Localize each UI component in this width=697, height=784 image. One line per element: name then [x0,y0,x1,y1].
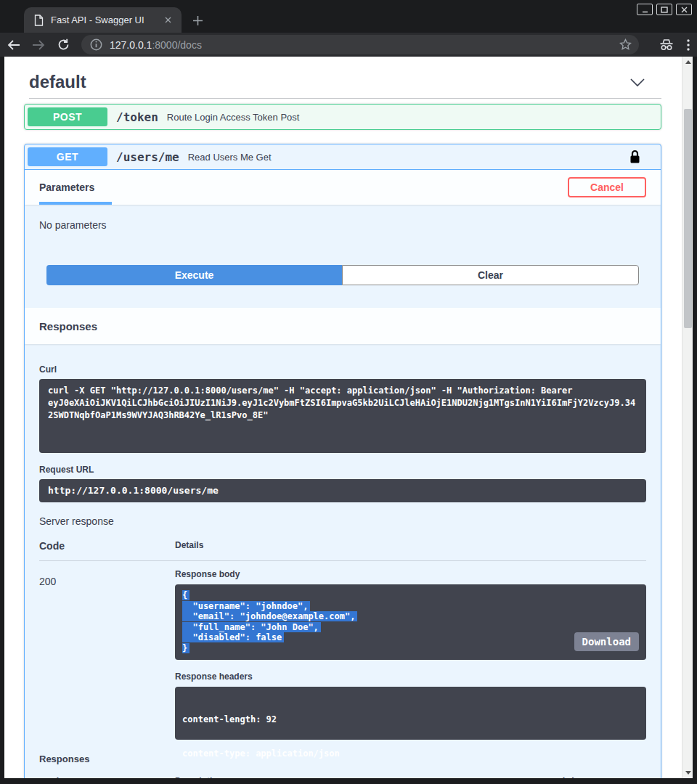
minimize-icon[interactable] [637,4,653,15]
parameters-header: Parameters Cancel [25,170,661,205]
tag-section-header[interactable]: default [24,67,661,97]
url-text: 127.0.0.1:8000/docs [110,39,619,51]
execute-button-group: Execute Clear [46,265,639,285]
page-content: default POST /token Route Login Access T… [4,57,693,778]
request-url-label: Request URL [39,465,646,475]
chevron-down-icon[interactable] [629,78,645,87]
opblock-post-token[interactable]: POST /token Route Login Access Token Pos… [24,104,661,130]
response-body-line: "email": "johndoe@example.com", [182,611,639,622]
download-button[interactable]: Download [574,632,639,651]
new-tab-icon[interactable] [189,12,206,29]
response-body-line: "disabled": false [182,632,639,643]
server-response-label: Server response [39,515,646,527]
cancel-button[interactable]: Cancel [568,177,646,197]
scroll-up-icon[interactable] [685,60,691,64]
post-summary: Route Login Access Token Post [167,112,653,123]
parameters-body: No parameters Execute Clear [25,205,661,308]
response-body-label: Response body [175,569,240,579]
response-body-line: { [182,590,639,601]
description-column-header: Description [175,776,556,778]
browser-window: Fast API - Swagger UI [0,0,697,784]
menu-dots-icon[interactable] [687,39,690,51]
get-opblock-header[interactable]: GET /users/me Read Users Me Get [25,144,661,170]
response-body-line: } [182,643,639,654]
response-body-line: "username": "johndoe", [182,601,639,612]
status-code: 200 [39,561,175,740]
url-bar[interactable]: 127.0.0.1:8000/docs [81,35,639,54]
browser-tab[interactable]: Fast API - Swagger UI [24,7,182,33]
post-method-badge: POST [28,107,107,126]
server-response-table-header: Code Details [39,527,646,561]
bookmark-star-icon[interactable] [619,38,632,51]
details-column-header: Details [175,540,646,552]
get-path: /users/me [116,150,179,164]
url-path: :8000/docs [152,39,202,51]
curl-command[interactable]: curl -X GET "http://127.0.0.1:8000/users… [39,379,646,453]
site-info-icon[interactable] [90,38,102,51]
opblock-get-users-me: GET /users/me Read Users Me Get Paramete… [24,144,661,778]
no-parameters-text: No parameters [39,219,646,231]
tab-close-icon[interactable] [161,14,174,27]
scroll-down-icon[interactable] [685,771,691,775]
swagger-ui: default POST /token Route Login Access T… [4,57,682,778]
responses-header: Responses [25,308,661,344]
section-divider [29,98,661,99]
response-header-line: content-type: application/json [182,748,639,760]
curl-label: Curl [39,364,646,375]
url-host: 127.0.0.1 [110,39,152,51]
response-body-line: "full_name": "John Doe", [182,622,639,633]
execute-button[interactable]: Execute [46,265,342,285]
post-path: /token [116,110,158,124]
response-body-block[interactable]: { "username": "johndoe", "email": "johnd… [175,584,646,660]
response-headers-block: content-length: 92 content-type: applica… [175,687,646,740]
scrollbar-thumb[interactable] [684,109,692,328]
maximize-icon[interactable] [656,4,672,15]
forward-icon[interactable] [28,35,49,55]
page-file-icon [34,15,44,26]
response-header-line: content-length: 92 [182,714,639,726]
parameters-tab-label: Parameters [39,181,94,193]
response-details: Response body { "username": "johndoe", "… [175,561,646,740]
reload-icon[interactable] [52,35,74,55]
incognito-icon [659,38,674,51]
browser-titlebar: Fast API - Swagger UI [0,0,697,33]
request-url-value: http://127.0.0.1:8000/users/me [39,479,646,502]
links-column-header: Links [556,776,646,778]
page-scrollbar[interactable] [682,57,693,778]
back-icon[interactable] [3,35,25,55]
close-icon[interactable] [676,4,692,15]
auth-lock-icon[interactable] [629,150,640,164]
toolbar-right [659,35,690,54]
responses-body: Curl curl -X GET "http://127.0.0.1:8000/… [25,344,661,778]
tab-title: Fast API - Swagger UI [51,15,161,25]
get-summary: Read Users Me Get [188,152,629,163]
code-column-header: Code [39,776,175,778]
clear-button[interactable]: Clear [342,265,639,285]
browser-toolbar: 127.0.0.1:8000/docs [0,33,697,57]
responses-title: Responses [39,320,97,332]
tag-title: default [29,72,86,92]
server-response-row: 200 Response body { "username": "johndoe… [39,561,646,740]
window-controls [637,4,692,15]
code-column-header: Code [39,540,175,552]
tab-parameters[interactable]: Parameters [39,173,112,205]
response-headers-label: Response headers [175,671,646,682]
get-method-badge: GET [28,147,107,166]
